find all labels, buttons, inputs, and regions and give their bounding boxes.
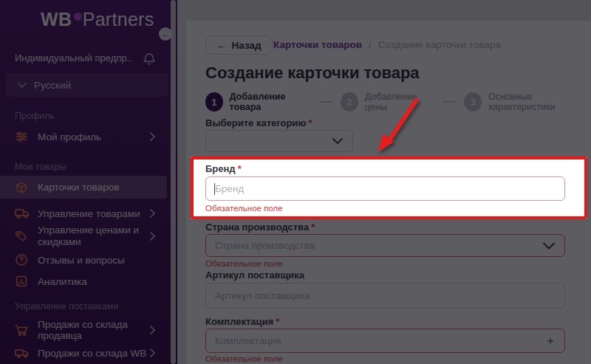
breadcrumb: Карточки товаров / Создание карточки тов…: [273, 39, 501, 50]
sidebar-scrollbar[interactable]: [171, 0, 176, 364]
sidebar: WB Partners ← Индивидуальный предпр... Р…: [0, 0, 177, 364]
sidebar-item-label: Мой профиль: [38, 131, 101, 142]
step-number: 1: [205, 92, 223, 111]
section-title-profile: Профиль: [15, 111, 55, 121]
brand-input[interactable]: [206, 177, 564, 200]
page-title: Создание карточки товара: [205, 63, 420, 83]
kit-error: Обязательное поле: [205, 354, 283, 363]
required-asterisk: *: [276, 316, 279, 327]
step-connector: [443, 101, 456, 103]
tag-icon: [15, 230, 30, 243]
required-asterisk: *: [308, 117, 312, 128]
sidebar-item-reviews-questions[interactable]: Отзывы и вопросы: [15, 251, 155, 269]
package-icon: [15, 181, 30, 194]
sidebar-item-label: Продажи со склада WB: [38, 348, 146, 359]
step-number: 2: [341, 92, 358, 111]
article-input[interactable]: [206, 284, 564, 308]
brand-label: Бренд*: [205, 163, 242, 174]
help-circle-icon: [15, 253, 30, 267]
kit-field-wrap: +: [205, 329, 565, 353]
text-caret: [214, 183, 215, 195]
country-select[interactable]: Страна производства: [205, 234, 565, 257]
step-connector: [319, 101, 332, 103]
account-name: Индивидуальный предпр...: [15, 52, 131, 63]
bell-icon[interactable]: [142, 52, 157, 66]
chevron-right-icon: [150, 132, 155, 141]
category-select[interactable]: [205, 130, 353, 152]
sidebar-item-analytics[interactable]: Аналитика: [15, 272, 155, 290]
step-1-add-product[interactable]: 1 Добавление товара: [205, 92, 311, 112]
country-placeholder: Страна производства: [206, 240, 315, 251]
sidebar-item-label: Отзывы и вопросы: [38, 255, 125, 266]
chevron-right-icon: [150, 209, 155, 218]
kit-label: Комплектация*: [205, 316, 279, 327]
kit-input[interactable]: [206, 329, 564, 352]
step-label: Добавление цены: [365, 92, 434, 112]
step-label: Основные характеристики: [488, 92, 591, 112]
chevron-down-icon: [332, 138, 343, 144]
category-label: Выберите категорию*: [205, 117, 312, 128]
sidebar-item-product-cards[interactable]: Карточки товаров: [0, 176, 167, 199]
step-2-add-price[interactable]: 2 Добавление цены: [341, 92, 434, 112]
step-label: Добавление товара: [230, 92, 312, 112]
delivery-truck-icon: [15, 346, 30, 360]
breadcrumb-separator: /: [369, 39, 372, 50]
analytics-icon: [15, 275, 30, 288]
sidebar-item-price-management[interactable]: Управление ценами и скидками: [15, 223, 155, 250]
chevron-down-icon: [18, 83, 27, 88]
required-asterisk: *: [238, 163, 242, 174]
logo-wb-text: WB: [41, 9, 72, 30]
country-error: Обязательное поле: [205, 259, 283, 268]
logo-partners-text: Partners: [83, 9, 154, 30]
cart-icon: [15, 323, 30, 337]
truck-icon: [15, 207, 30, 220]
sidebar-item-label: Продажи со склада продавца: [38, 319, 150, 341]
sliders-icon: [15, 130, 30, 143]
required-asterisk: *: [311, 222, 315, 233]
article-field-wrap: [205, 283, 565, 309]
sidebar-item-label: Аналитика: [38, 276, 87, 287]
section-title-my-goods: Мои товары: [15, 162, 66, 172]
content-card: ← Назад Карточки товаров / Создание карт…: [186, 21, 591, 364]
sidebar-item-my-profile[interactable]: Мой профиль: [15, 128, 155, 145]
sidebar-item-wb-warehouse-sales[interactable]: Продажи со склада WB: [15, 344, 155, 362]
language-selector[interactable]: Русский: [6, 73, 168, 97]
sidebar-item-seller-warehouse-sales[interactable]: Продажи со склада продавца: [15, 321, 155, 339]
wb-partners-logo: WB Partners: [41, 9, 154, 30]
sidebar-item-label: Управление товарами: [38, 208, 140, 219]
chevron-right-icon: [150, 232, 155, 241]
language-label: Русский: [34, 80, 71, 91]
back-label: Назад: [232, 40, 262, 51]
main-content: ← Назад Карточки товаров / Создание карт…: [177, 0, 591, 364]
brand-field-wrap: [205, 176, 565, 201]
brand-error: Обязательное поле: [205, 204, 283, 213]
back-button[interactable]: ← Назад: [205, 35, 273, 55]
chevron-right-icon: [150, 348, 155, 357]
section-title-supply-management: Управление поставками: [15, 301, 118, 312]
logo-dot-icon: [74, 13, 82, 21]
back-arrow-icon: ←: [216, 40, 227, 51]
sidebar-item-goods-management[interactable]: Управление товарами: [15, 205, 155, 222]
breadcrumb-link-product-cards[interactable]: Карточки товаров: [273, 39, 362, 50]
sidebar-item-label: Управление ценами и скидками: [38, 224, 141, 248]
plus-icon[interactable]: +: [547, 334, 554, 348]
article-label: Артикул поставщика: [205, 269, 304, 281]
country-label: Страна производства*: [205, 222, 315, 233]
chevron-right-icon: [150, 326, 155, 334]
wb-partners-app: WB Partners ← Индивидуальный предпр... Р…: [0, 0, 591, 364]
chevron-down-icon: [543, 242, 555, 249]
sidebar-item-label: Карточки товаров: [38, 182, 119, 193]
step-3-main-characteristics[interactable]: 3 Основные характеристики: [464, 92, 591, 112]
stepper: 1 Добавление товара 2 Добавление цены 3 …: [205, 92, 591, 112]
step-number: 3: [464, 92, 482, 111]
breadcrumb-current: Создание карточки товара: [378, 39, 501, 50]
